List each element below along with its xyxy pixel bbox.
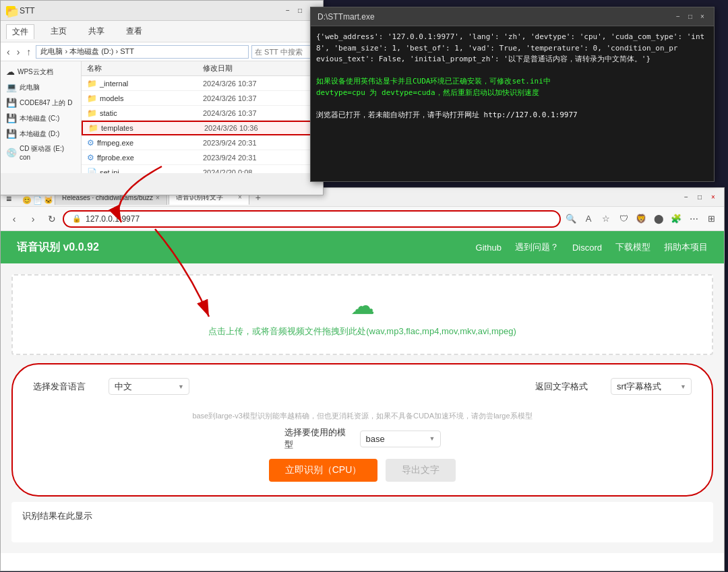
- format-select[interactable]: srt字幕格式: [611, 378, 692, 395]
- terminal-window: D:\STTmart.exe − □ × {'web_address': '12…: [310, 7, 715, 182]
- url-bar[interactable]: 🔒 127.0.0.1:9977: [63, 210, 561, 228]
- circle-icon[interactable]: ⬤: [651, 212, 666, 226]
- drive-icon: 💾: [6, 98, 17, 108]
- terminal-line: evious_text': False, 'initial_prompt_zh'…: [316, 54, 708, 65]
- terminal-line: [316, 65, 708, 77]
- search-icon[interactable]: 🔍: [564, 212, 578, 226]
- ribbon-tab-file[interactable]: 文件: [6, 24, 34, 39]
- table-row[interactable]: 📁templates 2024/3/26 10:36: [82, 121, 323, 135]
- minimize-button[interactable]: −: [282, 5, 293, 16]
- upload-area[interactable]: ☁ 点击上传，或将音频视频文件拖拽到此处(wav,mp3,flac,mp4,mo…: [11, 274, 713, 355]
- terminal-minimize[interactable]: −: [673, 12, 683, 22]
- sidebar-toggle[interactable]: ⊞: [704, 212, 719, 226]
- export-button[interactable]: 导出文字: [386, 459, 456, 482]
- nav-back[interactable]: ‹: [6, 211, 22, 227]
- upload-icon: ☁: [351, 292, 375, 320]
- nav-issue[interactable]: 遇到问题？: [515, 241, 559, 253]
- format-select-wrapper: srt字幕格式: [611, 378, 692, 395]
- file-explorer-title-bar: 📁 STT − □ ×: [1, 1, 323, 21]
- browser-minimize[interactable]: −: [681, 192, 692, 203]
- language-label: 选择发音语言: [33, 381, 100, 393]
- address-bar: ‹ › ↑ 此电脑 › 本地磁盘 (D:) › STT: [1, 42, 323, 61]
- sidebar-item-d[interactable]: 💾 本地磁盘 (D:): [1, 126, 81, 141]
- format-label: 返回文字格式: [535, 381, 603, 393]
- language-select-wrapper: 中文: [109, 378, 189, 395]
- ribbon-tab-share[interactable]: 共享: [83, 24, 110, 38]
- sidebar-nav: ☁ WPS云文档 💻 此电脑 💾 CODE847 上的 D 💾 本地磁盘 (C:…: [1, 61, 82, 173]
- nav-donate[interactable]: 捐助本项目: [664, 241, 708, 253]
- nav-refresh[interactable]: ↻: [44, 211, 60, 227]
- model-row: 选择要使用的模型 base: [33, 426, 692, 451]
- table-row[interactable]: ⚙ffmpeg.exe 2023/9/24 20:31: [82, 135, 323, 150]
- model-select[interactable]: base: [360, 431, 441, 447]
- shield-icon[interactable]: 🛡: [616, 212, 631, 226]
- file-list-container: ☁ WPS云文档 💻 此电脑 💾 CODE847 上的 D 💾 本地磁盘 (C:…: [1, 61, 323, 173]
- table-row[interactable]: ⚙ffprobe.exe 2023/9/24 20:31: [82, 150, 323, 165]
- language-group: 选择发音语言 中文: [33, 378, 189, 395]
- table-row[interactable]: 📁static 2024/3/26 10:37: [82, 106, 323, 121]
- terminal-line: 浏览器已打开，若未能自动打开，请手动打开网址 http://127.0.0.1:…: [316, 110, 708, 121]
- forward-button[interactable]: ›: [15, 46, 22, 57]
- up-button[interactable]: ↑: [24, 46, 33, 57]
- translate-icon[interactable]: A: [581, 212, 596, 226]
- lock-icon: 🔒: [72, 214, 82, 223]
- settings-icon[interactable]: ⋯: [686, 212, 701, 226]
- hint-text: base到large-v3模型识别能率越精确，但也更消耗资源，如果不具备CUDA…: [33, 411, 692, 421]
- nav-download[interactable]: 下载模型: [615, 241, 650, 253]
- search-input[interactable]: [251, 45, 319, 59]
- model-select-wrapper: base: [360, 431, 441, 447]
- sidebar-item-cd[interactable]: 💿 CD 驱动器 (E:) con: [1, 141, 81, 164]
- browser-close[interactable]: ×: [708, 192, 719, 203]
- ini-icon: 📄: [87, 168, 97, 174]
- table-row[interactable]: 📁_internal 2024/3/26 10:37: [82, 76, 323, 91]
- options-panel: 选择发音语言 中文 返回文字格式 srt字幕格式: [11, 363, 713, 497]
- col-date-header: 修改日期: [203, 63, 284, 73]
- table-row[interactable]: 📁models 2024/3/26 10:37: [82, 91, 323, 106]
- webapp-title: 语音识别 v0.0.92: [17, 241, 99, 255]
- nav-discord[interactable]: Discord: [572, 243, 602, 253]
- browser-maximize[interactable]: □: [694, 192, 705, 203]
- sidebar-item-c[interactable]: 💾 本地磁盘 (C:): [1, 110, 81, 126]
- terminal-body: {'web_address': '127.0.0.1:9977', 'lang'…: [311, 26, 714, 181]
- table-row[interactable]: 📄set.ini 2024/2/20 0:08: [82, 165, 323, 173]
- browser-toolbar: 🔍 A ☆ 🛡 🦁 ⬤ 🧩 ⋯ ⊞: [564, 212, 719, 226]
- nav-github[interactable]: Github: [476, 243, 502, 253]
- pc-icon: 💻: [6, 82, 17, 92]
- terminal-maximize[interactable]: □: [686, 12, 695, 22]
- ribbon-tab-view[interactable]: 查看: [121, 24, 148, 38]
- browser-nav: ‹ › ↻ 🔒 127.0.0.1:9977 🔍 A ☆ 🛡 🦁 ⬤ 🧩 ⋯ ⊞: [1, 207, 724, 231]
- folder-icon: 📁: [6, 6, 16, 15]
- drive-d-icon: 💾: [6, 129, 17, 139]
- cloud-icon: ☁: [6, 67, 15, 77]
- extensions-icon[interactable]: 🧩: [669, 212, 684, 226]
- nav-forward[interactable]: ›: [25, 211, 41, 227]
- action-row: 立即识别（CPU） 导出文字: [33, 459, 692, 482]
- webapp-nav: Github 遇到问题？ Discord 下载模型 捐助本项目: [476, 241, 708, 253]
- terminal-close[interactable]: ×: [698, 12, 707, 22]
- terminal-title: D:\STTmart.exe: [317, 12, 375, 22]
- folder-icon: 📁: [87, 108, 97, 118]
- terminal-line: {'web_address': '127.0.0.1:9977', 'lang'…: [316, 32, 708, 54]
- address-path[interactable]: 此电脑 › 本地磁盘 (D:) › STT: [36, 45, 249, 59]
- webapp-header: 语音识别 v0.0.92 Github 遇到问题？ Discord 下载模型 捐…: [1, 231, 724, 263]
- back-button[interactable]: ‹: [5, 46, 12, 57]
- language-select[interactable]: 中文: [109, 378, 189, 395]
- recognize-button[interactable]: 立即识别（CPU）: [269, 459, 378, 482]
- model-label: 选择要使用的模型: [284, 426, 352, 451]
- file-list-header: 名称 修改日期: [82, 61, 323, 76]
- drive-c-icon: 💾: [6, 113, 17, 123]
- sidebar-item-code847[interactable]: 💾 CODE847 上的 D: [1, 95, 81, 110]
- star-icon[interactable]: ☆: [599, 212, 613, 226]
- ribbon: 文件 主页 共享 查看: [1, 21, 323, 42]
- file-explorer-window: 📁 STT − □ × 文件 主页 共享 查看 ‹ › ↑ 此电脑 › 本地磁盘…: [0, 0, 324, 195]
- cd-icon: 💿: [6, 148, 17, 158]
- maximize-button[interactable]: □: [295, 5, 305, 16]
- folder-icon: 📁: [88, 123, 98, 133]
- folder-icon: 📁: [87, 94, 97, 103]
- brave-icon[interactable]: 🦁: [634, 212, 648, 226]
- watermark: 值 什么值得买: [676, 557, 723, 567]
- sidebar-item-pc[interactable]: 💻 此电脑: [1, 80, 81, 95]
- sidebar-item-wps[interactable]: ☁ WPS云文档: [1, 64, 81, 80]
- ribbon-tab-home[interactable]: 主页: [45, 24, 72, 38]
- format-group: 返回文字格式 srt字幕格式: [535, 378, 692, 395]
